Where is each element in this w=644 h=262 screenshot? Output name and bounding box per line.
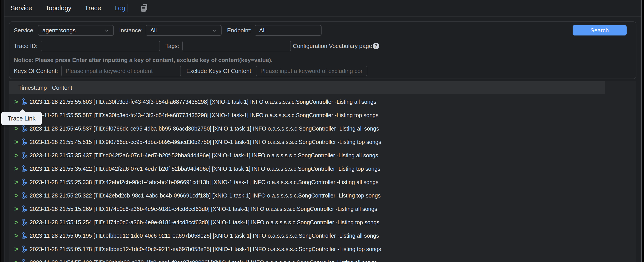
log-row-text: 2023-11-28 21:55:05.178 [TID:efbbed12-1d… <box>30 246 381 252</box>
log-row[interactable]: > 2023-11-28 21:55:25.322 [TID:42ebd2cb-… <box>9 189 636 202</box>
expand-chevron-icon[interactable]: > <box>12 245 20 253</box>
configuration-vocabulary-link[interactable]: Configuration Vocabulary page <box>293 43 372 50</box>
trace-link-tooltip: Trace Link <box>1 112 42 125</box>
expand-chevron-icon[interactable]: > <box>12 259 20 262</box>
exclude-keys-input[interactable] <box>256 66 367 76</box>
tab-topology[interactable]: Topology <box>46 4 72 12</box>
log-row[interactable]: > 2023-11-28 21:55:15.269 [TID:1f74b0c6-… <box>9 202 636 216</box>
app-container: Service Topology Trace Log Service: agen… <box>4 0 641 262</box>
trace-id-input[interactable] <box>40 40 160 51</box>
keys-of-content-label: Keys Of Content: <box>14 68 58 74</box>
log-row[interactable]: > 2023-11-28 21:55:35.437 [TID:d042f2a6-… <box>9 149 636 162</box>
table-header: Timestamp - Content <box>9 81 605 94</box>
tab-service[interactable]: Service <box>10 4 32 12</box>
expand-chevron-icon[interactable]: > <box>12 165 20 172</box>
text-cursor <box>127 4 128 12</box>
instance-select[interactable]: All <box>146 25 222 36</box>
expand-chevron-icon[interactable]: > <box>12 178 20 186</box>
log-row-text: 2023-11-28 21:55:15.254 [TID:1f74b0c6-a3… <box>30 219 379 226</box>
tab-trace[interactable]: Trace <box>85 4 101 12</box>
log-row-text: 2023-11-28 21:55:35.437 [TID:d042f2a6-07… <box>30 152 378 159</box>
tooltip-text: Trace Link <box>8 115 36 122</box>
tab-log-label: Log <box>114 4 125 12</box>
service-label: Service: <box>14 27 35 34</box>
left-edge-line <box>2 0 2 262</box>
log-row[interactable]: > 2023-11-28 21:55:25.338 [TID:42ebd2cb-… <box>9 176 636 189</box>
log-row-text: 2023-11-28 21:55:35.422 [TID:d042f2a6-07… <box>30 166 380 172</box>
log-row-text: 2023-11-28 21:55:45.537 [TID:9f0766dc-ce… <box>30 126 379 132</box>
expand-chevron-icon[interactable]: > <box>12 205 20 213</box>
log-row-text: 2023-11-28 21:55:55.587 [TID:a30fc3ed-fc… <box>30 112 378 118</box>
log-row[interactable]: > 2023-11-28 21:55:55.587 [TID:a30fc3ed-… <box>9 108 636 122</box>
help-icon[interactable]: ? <box>373 43 379 49</box>
chevron-down-icon <box>104 28 109 33</box>
tags-label: Tags: <box>165 43 179 50</box>
search-button[interactable]: Search <box>572 25 626 36</box>
main-content: Service: agent::songs Instance: All Endp… <box>4 16 641 262</box>
expand-chevron-icon[interactable]: > <box>12 192 20 199</box>
service-select-value: agent::songs <box>42 27 76 34</box>
trace-link-icon[interactable] <box>21 178 28 186</box>
exclude-keys-label: Exclude Keys Of Content: <box>186 68 253 74</box>
keys-of-content-input[interactable] <box>61 66 181 76</box>
log-row[interactable]: > 2023-11-28 21:55:05.178 [TID:efbbed12-… <box>9 242 636 256</box>
filter-row-3: Keys Of Content: Exclude Keys Of Content… <box>9 66 636 76</box>
notice-text: Notice: Please press Enter after inputti… <box>14 57 636 62</box>
log-table: Timestamp - Content > 2023-11-28 21:55:5… <box>9 81 636 262</box>
trace-id-label: Trace ID: <box>14 43 38 50</box>
log-row-text: 2023-11-28 21:55:25.322 [TID:42ebd2cb-98… <box>30 192 381 199</box>
log-row-text: 2023-11-28 21:55:05.195 [TID:efbbed12-1d… <box>30 232 379 239</box>
trace-link-icon[interactable] <box>21 232 28 239</box>
log-row[interactable]: > 2023-11-28 21:54:55.132 [TID:09cbdc93-… <box>9 256 636 262</box>
trace-link-icon[interactable] <box>21 138 28 146</box>
filter-row-2: Trace ID: Tags: Configuration Vocabulary… <box>9 40 636 51</box>
expand-chevron-icon[interactable]: > <box>12 232 20 240</box>
right-gutter <box>642 0 644 262</box>
expand-chevron-icon[interactable]: > <box>12 218 20 226</box>
expand-chevron-icon[interactable]: > <box>12 98 20 106</box>
log-row[interactable]: > 2023-11-28 21:55:15.254 [TID:1f74b0c6-… <box>9 216 636 229</box>
filter-row-1: Service: agent::songs Instance: All Endp… <box>9 25 636 36</box>
instance-select-value: All <box>150 27 157 34</box>
filter-panel: Service: agent::songs Instance: All Endp… <box>9 22 636 79</box>
trace-link-icon[interactable] <box>21 246 28 253</box>
log-row[interactable]: > 2023-11-28 21:55:55.603 [TID:a30fc3ed-… <box>9 95 636 108</box>
expand-chevron-icon[interactable]: > <box>12 125 20 132</box>
table-header-label: Timestamp - Content <box>9 84 72 91</box>
top-nav: Service Topology Trace Log <box>4 0 641 16</box>
endpoint-label: Endpoint: <box>227 27 252 34</box>
log-row-text: 2023-11-28 21:55:45.515 [TID:9f0766dc-ce… <box>30 139 381 145</box>
documents-icon[interactable] <box>140 4 148 12</box>
service-select[interactable]: agent::songs <box>38 25 114 36</box>
expand-chevron-icon[interactable]: > <box>12 152 20 159</box>
log-row-text: 2023-11-28 21:55:25.338 [TID:42ebd2cb-98… <box>30 179 378 186</box>
log-row[interactable]: > 2023-11-28 21:55:05.195 [TID:efbbed12-… <box>9 229 636 242</box>
trace-link-icon[interactable] <box>21 259 28 262</box>
trace-link-icon[interactable] <box>21 98 28 105</box>
trace-link-icon[interactable] <box>21 192 28 199</box>
instance-label: Instance: <box>119 27 143 34</box>
log-page: Service Topology Trace Log Service: agen… <box>0 0 644 262</box>
log-row[interactable]: > 2023-11-28 21:55:45.537 [TID:9f0766dc-… <box>9 122 636 135</box>
trace-link-icon[interactable] <box>21 219 28 226</box>
expand-chevron-icon[interactable]: > <box>12 138 20 146</box>
tooltip-arrow <box>20 109 26 112</box>
log-row-text: 2023-11-28 21:55:55.603 [TID:a30fc3ed-fc… <box>30 99 376 105</box>
trace-link-icon[interactable] <box>21 152 28 159</box>
log-row-text: 2023-11-28 21:55:15.269 [TID:1f74b0c6-a3… <box>30 206 377 212</box>
tab-log[interactable]: Log <box>114 4 125 12</box>
trace-link-icon[interactable] <box>21 125 28 132</box>
tags-input[interactable] <box>182 40 291 51</box>
trace-link-icon[interactable] <box>21 205 28 212</box>
log-row[interactable]: > 2023-11-28 21:55:45.515 [TID:9f0766dc-… <box>9 135 636 149</box>
left-gutter <box>2 0 4 262</box>
trace-link-icon[interactable] <box>21 165 28 172</box>
log-row[interactable]: > 2023-11-28 21:55:35.422 [TID:d042f2a6-… <box>9 162 636 176</box>
log-rows: > 2023-11-28 21:55:55.603 [TID:a30fc3ed-… <box>9 94 636 262</box>
endpoint-input[interactable] <box>254 25 322 36</box>
chevron-down-icon <box>212 28 217 33</box>
log-row-text: 2023-11-28 21:54:55.132 [TID:09cbdc93-c9… <box>30 259 377 262</box>
